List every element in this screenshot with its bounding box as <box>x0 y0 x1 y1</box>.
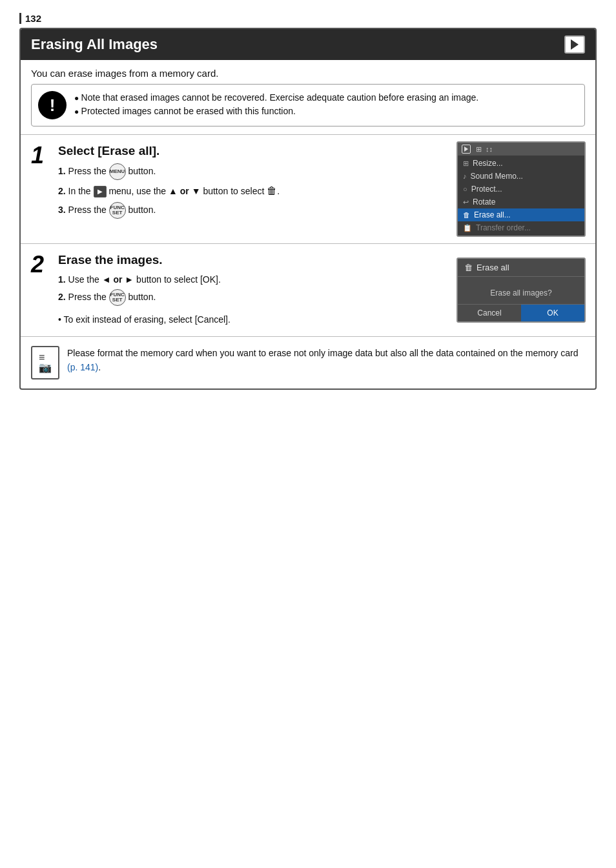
step-1-number: 1 <box>21 135 52 243</box>
erase-title-text: Erase all <box>477 263 509 272</box>
resize-icon: ⊞ <box>463 159 469 168</box>
playback-triangle-icon <box>571 39 579 50</box>
erase-question-text: Erase all images? <box>490 288 551 298</box>
protect-label: Protect... <box>471 185 502 194</box>
step-1-screenshot: ⊞ ↕↕ ⊞ Resize... ♪ Sound Memo... ○ <box>447 135 595 243</box>
step-2-inst-2: 2. Press the FUNCSET button. <box>58 289 440 306</box>
warning-icon: ! <box>38 91 67 119</box>
warning-text-content: Note that erased images cannot be recove… <box>74 91 478 118</box>
step-2-inst-1: 1. Use the ◄ or ► button to select [OK]. <box>58 272 440 287</box>
step-1-instructions: 1. Press the MENU button. 2. In the ▶ me… <box>58 163 440 219</box>
resize-label: Resize... <box>473 159 503 168</box>
cam-play-icon <box>462 145 471 154</box>
step-2-instructions: 1. Use the ◄ or ► button to select [OK].… <box>58 272 440 327</box>
section-header: Erasing All Images <box>21 29 595 60</box>
sound-icon: ♪ <box>463 172 467 180</box>
step-1-content: Select [Erase all]. 1. Press the MENU bu… <box>52 135 447 243</box>
step-2-screenshot: 🗑 Erase all Erase all images? Cancel OK <box>447 244 595 336</box>
tip-link-suffix: . <box>98 362 101 372</box>
step-2-sub-note: • To exit instead of erasing, select [Ca… <box>58 312 440 327</box>
menu-button-icon: MENU <box>109 163 126 180</box>
transfer-label: Transfer order... <box>476 223 531 232</box>
transfer-icon: 📋 <box>463 224 472 232</box>
erase-label: Erase all... <box>474 210 511 219</box>
warning-box: ! Note that erased images cannot be reco… <box>31 84 585 126</box>
cam-menu-item-protect: ○ Protect... <box>458 183 584 196</box>
step-2-title: Erase the images. <box>58 253 440 267</box>
warning-item-2: Protected images cannot be erased with t… <box>74 105 478 118</box>
cam-menu-item-sound: ♪ Sound Memo... <box>458 170 584 183</box>
cam2-title: 🗑 Erase all <box>458 259 584 277</box>
step-1-row: 1 Select [Erase all]. 1. Press the MENU … <box>21 134 595 243</box>
tip-text: Please format the memory card when you w… <box>67 346 585 375</box>
rotate-label: Rotate <box>473 197 495 207</box>
play-menu-icon: ▶ <box>94 186 107 197</box>
cam-icon-2: ↕↕ <box>486 145 493 154</box>
tip-link[interactable]: (p. 141) <box>67 362 98 372</box>
playback-icon-box <box>564 35 585 54</box>
cam-header-icons: ⊞ ↕↕ <box>476 145 493 154</box>
step-2-content: Erase the images. 1. Use the ◄ or ► butt… <box>52 244 447 336</box>
cam2-body: Erase all images? <box>458 277 584 304</box>
camera-screen-1: ⊞ ↕↕ ⊞ Resize... ♪ Sound Memo... ○ <box>457 141 586 237</box>
func-set-button-2-icon: FUNCSET <box>109 289 126 306</box>
tip-icon: ≡📷 <box>31 346 59 379</box>
step-1-inst-1: 1. Press the MENU button. <box>58 163 440 180</box>
step-2-row: 2 Erase the images. 1. Use the ◄ or ► bu… <box>21 243 595 336</box>
tip-icon-lines: ≡📷 <box>39 352 52 373</box>
tip-body-text: Please format the memory card when you w… <box>67 348 578 358</box>
erase-icon: 🗑 <box>463 211 470 219</box>
camera-screen-2: 🗑 Erase all Erase all images? Cancel OK <box>457 257 586 323</box>
section-title: Erasing All Images <box>31 36 158 53</box>
warning-item-1: Note that erased images cannot be recove… <box>74 91 478 105</box>
step-1-inst-3: 3. Press the FUNCSET button. <box>58 202 440 219</box>
cam-menu-item-transfer: 📋 Transfer order... <box>458 221 584 234</box>
sound-label: Sound Memo... <box>471 172 523 181</box>
step-1-title: Select [Erase all]. <box>58 144 440 158</box>
cam-menu-list: ⊞ Resize... ♪ Sound Memo... ○ Protect...… <box>458 156 584 236</box>
cam2-buttons: Cancel OK <box>458 304 584 321</box>
cam-menu-item-resize: ⊞ Resize... <box>458 157 584 170</box>
erase-title-icon: 🗑 <box>464 263 473 272</box>
cam-menu-item-erase: 🗑 Erase all... <box>458 208 584 221</box>
step-2-number: 2 <box>21 244 52 336</box>
cam-header: ⊞ ↕↕ <box>458 143 584 156</box>
cam-icon-1: ⊞ <box>476 145 482 154</box>
intro-text: You can erase images from a memory card. <box>21 60 595 84</box>
step-1-inst-2: 2. In the ▶ menu, use the ▲ or ▼ button … <box>58 183 440 199</box>
protect-icon: ○ <box>463 185 467 193</box>
ok-button[interactable]: OK <box>521 305 584 321</box>
main-content-box: Erasing All Images You can erase images … <box>19 28 597 390</box>
page-number: 132 <box>19 13 597 24</box>
erase-symbol: 🗑 <box>267 185 277 196</box>
tip-box: ≡📷 Please format the memory card when yo… <box>21 336 595 389</box>
func-set-button-icon: FUNCSET <box>109 202 126 219</box>
cam-menu-item-rotate: ↩ Rotate <box>458 196 584 208</box>
rotate-icon: ↩ <box>463 198 469 207</box>
cam-play-tri <box>464 146 468 152</box>
cancel-button[interactable]: Cancel <box>458 305 521 321</box>
